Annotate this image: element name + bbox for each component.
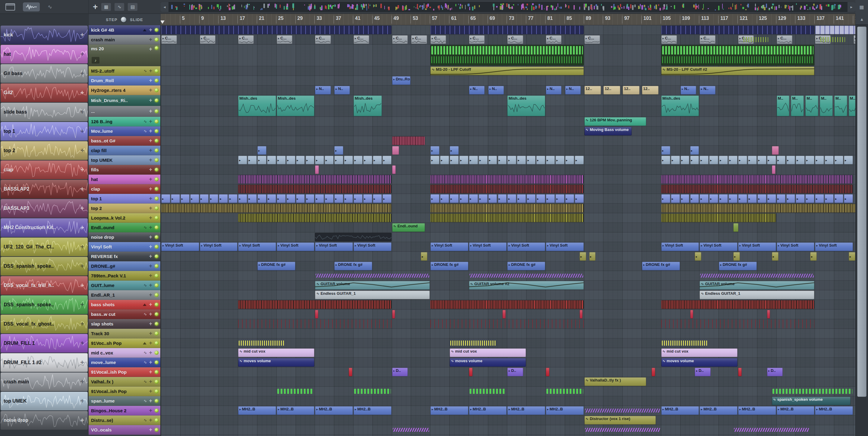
mute-led[interactable] — [155, 187, 158, 191]
pan-cross-icon[interactable]: + — [149, 311, 152, 317]
playlist-clip[interactable]: 12.. — [623, 86, 639, 95]
pan-cross-icon[interactable]: + — [149, 224, 152, 231]
playlist-clip[interactable]: ▸Vinyl Soft — [315, 242, 353, 251]
playlist-clip[interactable]: ▸ — [700, 194, 709, 203]
playlist-clip[interactable]: ▸ — [344, 194, 353, 203]
collapse-arrow-icon[interactable] — [143, 303, 147, 306]
playlist-clip[interactable]: ▸Vinyl Soft — [777, 242, 815, 251]
sample-item[interactable]: MH2 Construction Kit..+ — [1, 218, 88, 237]
track-header[interactable]: 789ten..Pack V.1+ — [89, 271, 161, 281]
track-header[interactable]: mid c..vox∿+ — [89, 348, 161, 358]
pan-cross-icon[interactable]: + — [80, 243, 88, 251]
playlist-clip[interactable]: ▸D.. — [695, 368, 710, 376]
playlist-clip[interactable]: ▸ — [810, 252, 817, 261]
playlist-clip[interactable]: ▸MH2..B — [738, 406, 776, 415]
mute-led[interactable] — [155, 312, 158, 316]
playlist-clip[interactable] — [315, 310, 318, 318]
pan-cross-icon[interactable]: + — [149, 369, 152, 375]
playlist-clip[interactable]: ▸C... — [469, 35, 485, 44]
mute-led[interactable] — [155, 88, 158, 92]
playlist-clip[interactable]: ▸ — [363, 156, 372, 164]
pan-cross-icon[interactable]: + — [80, 339, 88, 347]
playlist-clip[interactable]: ▸ — [565, 194, 574, 203]
playlist-clip[interactable]: 12.. — [642, 86, 658, 95]
playlist-clip[interactable]: ▸ — [286, 194, 296, 203]
playlist-clip[interactable]: ▸ — [306, 156, 315, 164]
playlist-clip[interactable]: Mish..des — [353, 96, 382, 116]
playlist-clip[interactable]: ▸ — [334, 156, 343, 164]
playlist-clip[interactable]: ▸ — [709, 194, 718, 203]
playlist-clip[interactable]: ▸MH2..B — [238, 406, 276, 415]
playlist-clip[interactable]: ▸ — [238, 194, 247, 203]
playlist-clip[interactable]: ▸ — [459, 156, 468, 164]
mute-led[interactable] — [155, 139, 158, 143]
playlist-clip[interactable] — [743, 35, 769, 44]
track-header[interactable]: noise drop+ — [89, 232, 161, 242]
pan-cross-icon[interactable]: + — [80, 166, 88, 174]
playlist-clip[interactable] — [392, 146, 399, 155]
playlist-clip[interactable]: ▸ — [671, 156, 680, 164]
grid-track-lane[interactable] — [161, 232, 855, 242]
playlist-clip[interactable]: ▸Vinyl Soft — [353, 242, 392, 251]
playlist-clip[interactable]: ▸ — [709, 156, 718, 164]
track-header[interactable]: Endl..ound∿+ — [89, 223, 161, 232]
playlist-clip[interactable]: M.. — [805, 96, 818, 116]
playlist-clip[interactable]: ▸C... — [661, 35, 677, 44]
playlist-clip[interactable]: ∿GUITAR volume #2 — [469, 281, 584, 290]
sample-item[interactable]: clap+ — [1, 161, 88, 179]
grid-track-lane[interactable] — [161, 223, 855, 232]
mute-led[interactable] — [155, 389, 158, 393]
pan-cross-icon[interactable]: + — [149, 301, 152, 308]
playlist-clip[interactable] — [469, 387, 507, 396]
playlist-clip[interactable]: ▸ — [459, 194, 468, 203]
track-header[interactable]: top 2+ — [89, 204, 161, 213]
playlist-clip[interactable] — [546, 387, 584, 396]
pan-cross-icon[interactable]: + — [149, 147, 152, 154]
playlist-clip[interactable] — [238, 320, 391, 328]
sample-item[interactable]: crash main+ — [1, 372, 88, 391]
mute-led[interactable] — [155, 361, 158, 364]
playlist-clip[interactable]: ▸ — [575, 194, 584, 203]
track-header[interactable]: crash main+ — [89, 35, 161, 44]
playlist-clip[interactable]: ▸Vinyl Soft — [700, 242, 738, 251]
playlist-clip[interactable]: ▸Vinyl Soft — [815, 242, 853, 251]
playlist-clip[interactable] — [238, 339, 286, 347]
playlist-clip[interactable]: ∿Moving Bass volume — [584, 127, 632, 135]
playlist-clip[interactable]: ▸DRONE fx g# — [507, 262, 545, 270]
playlist-clip[interactable]: ▸ — [815, 194, 824, 203]
sample-item[interactable]: hat+ — [1, 45, 88, 64]
playlist-grid[interactable]: ▸C...▸C...▸C...▸C...▸C...▸C...▸C...▸C...… — [161, 25, 855, 436]
playlist-clip[interactable]: ▸ — [334, 146, 343, 155]
playlist-clip[interactable]: ▸ — [267, 194, 276, 203]
playlist-clip[interactable]: ▸ — [738, 156, 747, 164]
track-header[interactable]: bass..ot G#+ — [89, 136, 161, 146]
filter-automation-icon[interactable]: ▤ — [128, 3, 137, 11]
pan-cross-icon[interactable]: + — [149, 77, 152, 84]
playlist-clip[interactable]: ▸ — [834, 156, 843, 164]
grid-track-lane[interactable] — [161, 136, 855, 146]
playlist-clip[interactable]: ▸MH2..B — [700, 406, 738, 415]
sample-item[interactable]: top UMEK+ — [1, 392, 88, 410]
playlist-clip[interactable]: ▸D.. — [507, 368, 523, 376]
pan-cross-icon[interactable]: + — [80, 359, 88, 366]
playlist-clip[interactable]: Mish..des — [507, 96, 545, 116]
playlist-clip[interactable]: ▸N.. — [565, 86, 581, 95]
playlist-clip[interactable]: ▸MH2..B — [469, 406, 507, 415]
track-header[interactable]: Loopma..k Vol.2+ — [89, 213, 161, 223]
pan-cross-icon[interactable]: + — [80, 320, 88, 328]
playlist-clip[interactable]: ∿Endless GUITAR_1 — [315, 291, 430, 299]
playlist-clip[interactable]: ▸ — [728, 156, 738, 164]
playlist-clip[interactable] — [733, 223, 738, 232]
playlist-clip[interactable]: ▸ — [507, 194, 516, 203]
playlist-clip[interactable] — [661, 300, 814, 309]
pan-cross-icon[interactable]: + — [149, 349, 152, 356]
playlist-clip[interactable]: ▸ — [825, 156, 834, 164]
pan-cross-icon[interactable]: + — [80, 397, 88, 405]
pan-cross-icon[interactable]: + — [149, 253, 152, 260]
mute-led[interactable] — [155, 283, 158, 287]
playlist-clip[interactable]: ▸ — [181, 194, 190, 203]
pan-cross-icon[interactable]: + — [80, 224, 88, 232]
playlist-clip[interactable]: ▸ — [536, 156, 545, 164]
track-header[interactable]: top 1+ — [89, 194, 161, 204]
playlist-clip[interactable]: ▸ — [334, 194, 343, 203]
